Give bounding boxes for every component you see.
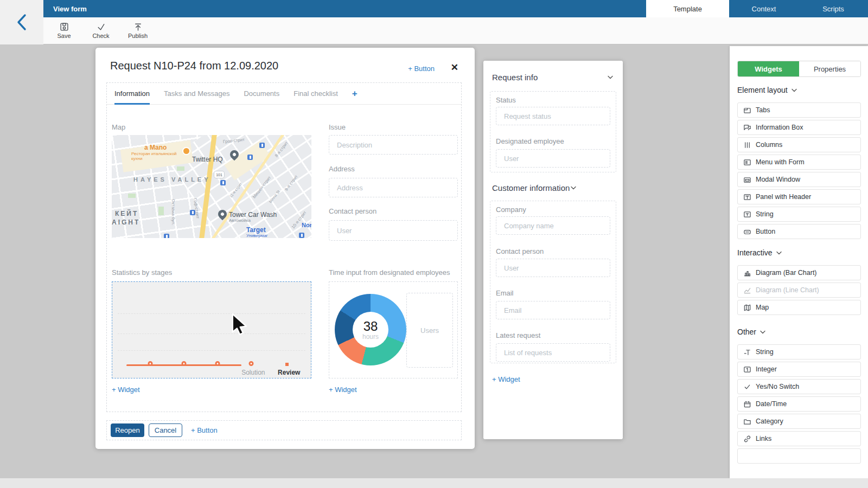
widget-card-links[interactable]: Links bbox=[737, 431, 861, 446]
map-district-label: HAYES VALLEY bbox=[133, 176, 211, 183]
map-transit-icon bbox=[190, 210, 195, 215]
widget-card-button[interactable]: Button bbox=[737, 224, 861, 239]
map-corner-label: Nor bbox=[302, 222, 311, 228]
tabs-icon bbox=[743, 106, 751, 114]
publish-icon bbox=[133, 22, 143, 31]
customer-information-group: Company Company name Contact person User… bbox=[490, 201, 616, 363]
widget-card-date-time[interactable]: Date/Time bbox=[737, 396, 861, 412]
cancel-button[interactable]: Cancel bbox=[149, 423, 182, 437]
line-chart-widget[interactable]: SolutionReview bbox=[112, 281, 311, 378]
line-chart-plot: SolutionReview bbox=[112, 282, 311, 378]
latest-request-field[interactable]: List of requests bbox=[496, 343, 610, 362]
add-button-link[interactable]: + Button bbox=[408, 65, 435, 73]
widget-card-map[interactable]: Map bbox=[737, 300, 861, 315]
add-tab-icon[interactable]: + bbox=[352, 88, 358, 99]
address-label: Address bbox=[329, 165, 355, 173]
sidebar-tabs: Widgets Properties bbox=[737, 61, 861, 77]
form-title: Request N10-P24 from 12.09.2020 bbox=[110, 60, 278, 72]
string-box-icon bbox=[743, 210, 751, 219]
modal-window-icon bbox=[743, 176, 751, 184]
button-icon bbox=[743, 228, 751, 236]
chevron-down-icon bbox=[760, 330, 765, 334]
tab-scripts[interactable]: Scripts bbox=[799, 0, 868, 17]
map-transit-icon bbox=[164, 234, 169, 238]
reopen-button[interactable]: Reopen bbox=[111, 423, 144, 437]
designated-employee-field[interactable]: User bbox=[496, 149, 610, 168]
widget-card-string-layout[interactable]: String bbox=[737, 207, 861, 222]
tab-properties[interactable]: Properties bbox=[799, 61, 860, 76]
map-poi-twitter-label: Twitter HQ bbox=[192, 156, 223, 163]
toolbar: Save Check Publish bbox=[43, 17, 868, 44]
save-icon bbox=[60, 22, 69, 31]
address-field[interactable]: Address bbox=[329, 178, 458, 197]
time-input-label: Time input from designated employees bbox=[329, 268, 450, 277]
tab-information[interactable]: Information bbox=[114, 83, 150, 105]
widget-card-panel-with-header[interactable]: Panel with Header bbox=[737, 189, 861, 204]
section-interactive[interactable]: Interactive bbox=[737, 248, 782, 257]
widget-card-diagram-bar[interactable]: Diagram (Bar Chart) bbox=[737, 265, 861, 280]
map-transit-icon bbox=[247, 155, 253, 160]
widget-card-category[interactable]: Category bbox=[737, 414, 861, 429]
app-screen: View form Template Context Scripts Save … bbox=[0, 0, 868, 488]
widget-card-yes-no-switch[interactable]: Yes/No Switch bbox=[737, 379, 861, 394]
map-poi-restaurant-sub: Ресторан итальянской кухни bbox=[131, 151, 181, 161]
widget-card-tabs[interactable]: Tabs bbox=[737, 102, 861, 118]
contact-person-label: Contact person bbox=[496, 247, 544, 255]
widget-card-empty[interactable] bbox=[737, 448, 861, 464]
map-corner-label: AIGHT bbox=[112, 219, 140, 226]
tab-documents[interactable]: Documents bbox=[244, 83, 279, 105]
map-widget[interactable]: HAYES VALLEY Twitter HQ Tower Car Wash А… bbox=[112, 135, 311, 238]
panel-header-icon bbox=[743, 193, 751, 201]
users-placeholder-box[interactable]: Users bbox=[406, 293, 453, 368]
widget-card-columns[interactable]: Columns bbox=[737, 137, 861, 152]
bar-chart-icon bbox=[743, 269, 751, 277]
line-chart-marker bbox=[181, 361, 186, 366]
widget-card-modal-window[interactable]: Modal Window bbox=[737, 172, 861, 187]
information-box-icon bbox=[743, 124, 751, 132]
widget-card-integer[interactable]: Integer bbox=[737, 362, 861, 377]
add-widget-link[interactable]: + Widget bbox=[329, 386, 357, 394]
company-label: Company bbox=[496, 206, 526, 214]
map-poi-target-label: Target bbox=[246, 226, 266, 234]
link-icon bbox=[743, 435, 751, 443]
section-other[interactable]: Other bbox=[737, 328, 765, 336]
chevron-down-icon[interactable] bbox=[571, 186, 576, 190]
publish-button[interactable]: Publish bbox=[126, 22, 150, 39]
company-field[interactable]: Company name bbox=[496, 216, 610, 235]
issue-label: Issue bbox=[329, 123, 346, 131]
widget-card-information-box[interactable]: Information Box bbox=[737, 120, 861, 135]
chevron-down-icon[interactable] bbox=[608, 75, 613, 79]
contact-person-field[interactable]: User bbox=[496, 259, 610, 277]
line-chart-marker bbox=[148, 361, 152, 366]
email-label: Email bbox=[496, 289, 514, 297]
add-widget-link[interactable]: + Widget bbox=[492, 375, 520, 383]
mouse-cursor-icon bbox=[228, 313, 251, 338]
map-pin-restaurant-icon bbox=[182, 147, 190, 155]
map-corner-label: КЕЙТ bbox=[115, 210, 138, 217]
tab-final-checklist[interactable]: Final checklist bbox=[293, 83, 338, 105]
add-widget-link[interactable]: + Widget bbox=[112, 386, 140, 394]
widget-card-string[interactable]: String bbox=[737, 344, 861, 359]
email-field[interactable]: Email bbox=[496, 301, 610, 319]
tab-widgets[interactable]: Widgets bbox=[738, 61, 799, 76]
customer-information-header: Customer information bbox=[492, 183, 576, 192]
contact-person-field[interactable]: User bbox=[329, 220, 458, 241]
section-element-layout[interactable]: Element layout bbox=[737, 86, 797, 94]
tab-template[interactable]: Template bbox=[646, 0, 729, 17]
columns-icon bbox=[743, 141, 751, 149]
back-button[interactable] bbox=[0, 0, 43, 44]
status-field[interactable]: Request status bbox=[496, 107, 610, 125]
chevron-down-icon bbox=[776, 251, 782, 255]
issue-field[interactable]: Description bbox=[329, 135, 458, 155]
tab-context[interactable]: Context bbox=[729, 0, 799, 17]
check-button[interactable]: Check bbox=[89, 22, 113, 39]
line-chart-icon bbox=[743, 286, 751, 294]
donut-chart-widget[interactable]: 38 hours Users bbox=[329, 281, 458, 378]
tab-tasks-messages[interactable]: Tasks and Messages bbox=[164, 83, 229, 105]
widget-card-diagram-line: Diagram (Line Chart) bbox=[737, 282, 861, 298]
widget-card-menu-with-form[interactable]: Menu with Form bbox=[737, 155, 861, 170]
map-icon bbox=[743, 304, 751, 312]
save-button[interactable]: Save bbox=[52, 22, 76, 39]
close-icon[interactable]: ✕ bbox=[451, 62, 458, 73]
add-footer-button-link[interactable]: + Button bbox=[191, 426, 218, 434]
